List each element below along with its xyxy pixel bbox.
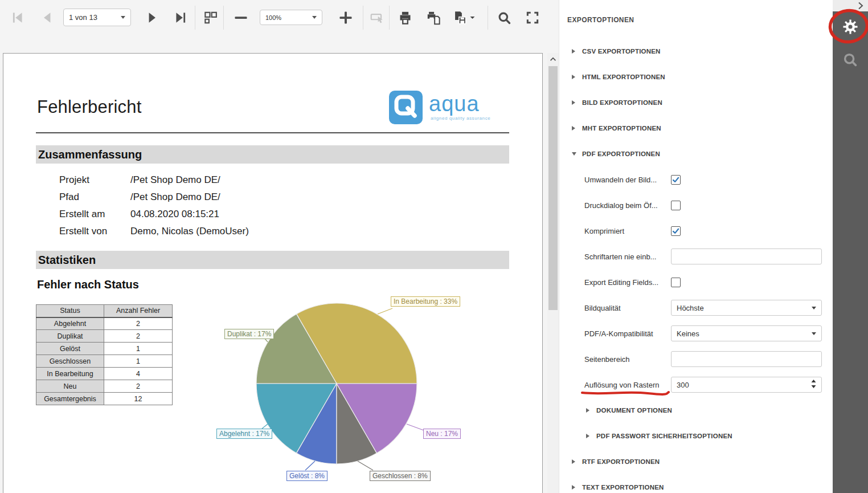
section-label: TEXT EXPORTOPTIONEN	[582, 484, 664, 491]
panel-section-bild-exportoptionen[interactable]: BILD EXPORTOPTIONEN	[572, 95, 833, 111]
report-title: Fehlerbericht	[37, 97, 142, 117]
section-label: HTML EXPORTOPTIONEN	[582, 74, 665, 80]
status-table: StatusAnzahl FehlerAbgelehnt2Duplikat2Ge…	[36, 304, 173, 405]
chevron-down-icon	[312, 16, 317, 19]
checkbox-unchecked[interactable]	[671, 201, 681, 210]
zoom-out-button[interactable]	[230, 7, 252, 28]
field-label: Projekt	[59, 174, 130, 192]
first-page-button[interactable]	[7, 7, 28, 28]
pie-chart: In Bearbeitung : 33%Duplikat : 17%Abgele…	[200, 286, 473, 493]
next-page-button[interactable]	[141, 7, 163, 28]
field-label: Pfad	[59, 192, 130, 209]
multipage-view-button[interactable]	[199, 7, 221, 28]
pie-label-leader	[407, 424, 424, 430]
previous-page-button[interactable]	[36, 7, 58, 28]
zoom-selector-value: 100%	[265, 14, 281, 21]
settings-button[interactable]	[833, 11, 868, 42]
previous-page-icon	[40, 10, 55, 25]
checkbox-unchecked[interactable]	[671, 278, 681, 287]
table-row: Geschlossen1	[36, 355, 173, 368]
logo-wordmark: aqua	[429, 92, 480, 116]
field-label: PDF/A-Kompatibilität	[584, 329, 671, 338]
panel-section-mht-exportoptionen[interactable]: MHT EXPORTOPTIONEN	[572, 120, 833, 136]
chart-title: Fehler nach Status	[37, 278, 139, 291]
field-label: Erstellt von	[59, 226, 130, 243]
chevron-right-icon	[572, 485, 575, 490]
scroll-up-button[interactable]	[547, 53, 559, 64]
spinner-arrows[interactable]	[811, 379, 816, 390]
panel-section-html-exportoptionen[interactable]: HTML EXPORTOPTIONEN	[572, 69, 833, 85]
last-page-button[interactable]	[170, 7, 191, 28]
text-input[interactable]	[671, 248, 822, 264]
page-selector-value: 1 von 13	[69, 13, 97, 22]
first-page-icon	[10, 10, 25, 25]
panel-field-auflösung-von-rastern: Auflösung von Rastern300	[584, 377, 833, 393]
field-value: /Pet Shop Demo DE/	[130, 174, 220, 192]
checkbox-checked[interactable]	[671, 226, 681, 236]
page-selector[interactable]: 1 von 13	[63, 9, 131, 26]
panel-search-button[interactable]	[833, 44, 868, 75]
field-value: 04.08.2020 08:15:21	[130, 209, 219, 226]
panel-section-dokument-optionen[interactable]: DOKUMENT OPTIONEN	[586, 402, 833, 418]
print-button[interactable]	[394, 7, 416, 28]
field-label: Druckdialog beim Öf...	[584, 201, 671, 210]
table-cell: 12	[104, 393, 173, 405]
field-label: Bildqualität	[584, 304, 671, 312]
column-header: Anzahl Fehler	[104, 305, 173, 317]
panel-field-pdf-a-kompatibilität: PDF/A-KompatibilitätKeines	[584, 325, 833, 341]
panel-field-export-editing-fields: Export Editing Fields...	[584, 274, 833, 290]
table-row: Gelöst1	[36, 343, 173, 355]
summary-section-header: Zusammenfassung	[36, 145, 509, 164]
minus-icon	[233, 10, 249, 26]
table-cell: 1	[104, 355, 173, 368]
next-page-icon	[145, 10, 159, 25]
panel-section-pdf-passwort-sicherheitsoptionen[interactable]: PDF PASSWORT SICHERHEITSOPTIONEN	[586, 428, 833, 444]
collapse-panel-button[interactable]	[854, 1, 867, 11]
pie-label-duplikat: Duplikat : 17%	[224, 329, 274, 339]
zoom-selector[interactable]: 100%	[260, 10, 322, 25]
fullscreen-button[interactable]	[522, 7, 543, 28]
table-cell: 2	[104, 380, 173, 393]
logo-q-icon	[389, 91, 423, 124]
pie-label-leader	[358, 461, 373, 470]
panel-section-csv-exportoptionen[interactable]: CSV EXPORTOPTIONEN	[572, 43, 833, 59]
field-label: Export Editing Fields...	[584, 278, 671, 287]
statistics-section-header: Statistiken	[36, 251, 509, 269]
dropdown[interactable]: Keines	[671, 325, 822, 341]
chevron-right-icon	[572, 100, 575, 105]
chevron-right-icon	[586, 434, 589, 438]
pie-label-in-bearbeitung: In Bearbeitung : 33%	[391, 296, 460, 307]
right-rail	[833, 11, 868, 493]
toolbar-separator	[363, 6, 363, 30]
panel-section-text-exportoptionen[interactable]: TEXT EXPORTOPTIONEN	[572, 479, 833, 493]
print-page-button[interactable]	[423, 7, 444, 28]
select-field-icon	[370, 10, 384, 25]
spinner-value: 300	[677, 381, 689, 389]
toolbar-separator	[488, 6, 488, 30]
scrollbar-thumb[interactable]	[548, 66, 558, 310]
text-input[interactable]	[671, 351, 822, 367]
chevron-down-icon	[812, 332, 816, 335]
search-button[interactable]	[493, 7, 515, 28]
chevron-up-icon	[549, 55, 557, 62]
panel-field-druckdialog-beim-öf: Druckdialog beim Öf...	[584, 197, 833, 213]
panel-field-seitenbereich: Seitenbereich	[584, 351, 833, 367]
table-cell: 1	[104, 343, 173, 355]
field-label: Auflösung von Rastern	[584, 381, 671, 389]
panel-field-schriftarten-nie-einb: Schriftarten nie einb...	[584, 248, 833, 264]
pie-label-gelöst: Gelöst : 8%	[286, 471, 327, 481]
zoom-in-button[interactable]	[335, 7, 357, 28]
table-cell: Geschlossen	[36, 355, 104, 368]
chevron-right-icon	[572, 126, 575, 131]
panel-section-rtf-exportoptionen[interactable]: RTF EXPORTOPTIONEN	[572, 454, 833, 470]
field-label: Erstellt am	[59, 209, 130, 226]
number-spinner[interactable]: 300	[671, 377, 822, 393]
table-cell: Duplikat	[36, 330, 104, 343]
chevron-down-icon	[469, 15, 476, 21]
dropdown[interactable]: Höchste	[671, 300, 822, 316]
field-label: Umwandeln der Bild...	[584, 176, 671, 184]
table-row: In Bearbeitung4	[36, 368, 173, 380]
export-button[interactable]	[449, 7, 478, 28]
panel-section-pdf-exportoptionen[interactable]: PDF EXPORTOPTIONEN	[572, 146, 833, 162]
checkbox-checked[interactable]	[671, 175, 681, 185]
